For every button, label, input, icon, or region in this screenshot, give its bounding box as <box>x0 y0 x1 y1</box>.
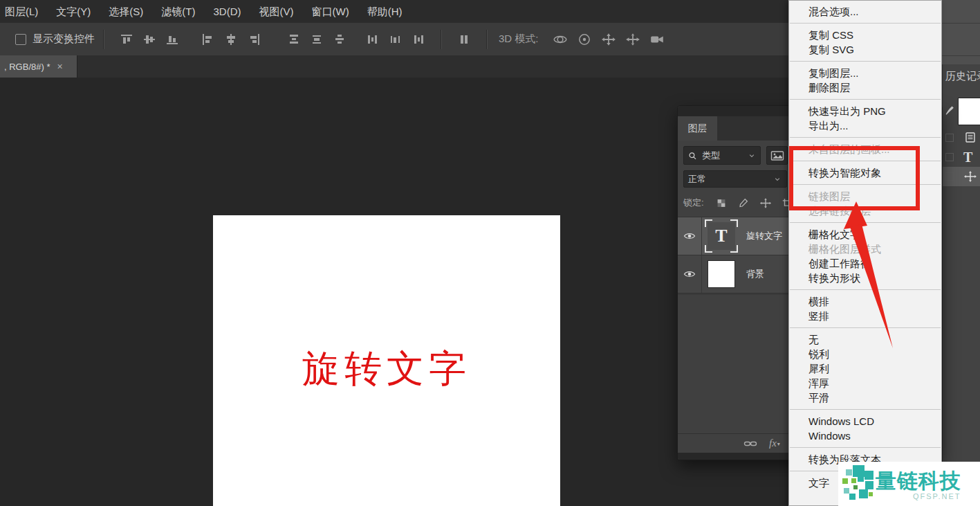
show-transform-checkbox[interactable] <box>15 34 26 45</box>
logo-square <box>846 469 852 476</box>
divider <box>942 23 980 24</box>
logo-square <box>865 481 873 489</box>
3d-pan-icon[interactable] <box>600 32 618 47</box>
menu-separator <box>790 409 941 410</box>
history-state-row[interactable] <box>943 128 980 147</box>
menubar-item[interactable]: 滤镜(T) <box>152 0 204 23</box>
menu-item[interactable]: 快速导出为 PNG <box>789 104 941 118</box>
document-tab-title: , RGB/8#) * <box>4 62 50 72</box>
distribute-bottom-edges-icon[interactable] <box>331 32 348 47</box>
layer-visibility-toggle[interactable] <box>678 217 702 255</box>
menubar-item[interactable]: 图层(L) <box>0 0 47 23</box>
thumbnail-corner-bracket <box>730 245 738 253</box>
logo-square <box>869 492 873 496</box>
filter-by-kind-button[interactable] <box>766 146 788 165</box>
menu-item[interactable]: 栅格化文字 <box>789 227 941 242</box>
lock-pixels-icon[interactable] <box>737 197 750 209</box>
annotation-rectangle <box>789 146 920 210</box>
3d-camera-icon[interactable] <box>648 32 666 47</box>
watermark: 量链科技 QFSP.NET <box>838 462 980 506</box>
align-icons-group-3 <box>286 32 348 47</box>
align-bottom-edges-icon[interactable] <box>164 32 181 47</box>
tab-layers[interactable]: 图层 <box>678 116 717 141</box>
align-vertical-centers-icon[interactable] <box>141 32 158 47</box>
background-layer-thumbnail[interactable] <box>708 260 735 288</box>
menu-separator <box>790 447 941 448</box>
align-top-edges-icon[interactable] <box>118 32 135 47</box>
menu-item[interactable]: 复制 SVG <box>789 42 941 57</box>
menu-item[interactable]: 创建工作路径 <box>789 256 941 271</box>
menu-item[interactable]: 删除图层 <box>789 80 941 95</box>
align-left-edges-icon[interactable] <box>200 32 216 47</box>
menu-item[interactable]: 横排 <box>789 294 941 309</box>
menubar-item[interactable]: 视图(V) <box>250 0 303 23</box>
history-source-checkbox[interactable] <box>945 153 954 161</box>
history-state-row[interactable] <box>943 167 980 186</box>
history-source-checkbox[interactable] <box>945 172 954 181</box>
lock-position-icon[interactable] <box>759 197 773 209</box>
document-tab[interactable]: , RGB/8#) * × <box>0 55 77 78</box>
menu-separator <box>790 99 941 100</box>
menu-item[interactable]: 无 <box>789 332 941 347</box>
menu-item[interactable]: 竖排 <box>789 309 941 323</box>
menu-item: 栅格化图层样式 <box>789 242 941 256</box>
menu-item[interactable]: 浑厚 <box>789 376 941 390</box>
layer-filter-label: 类型 <box>702 150 743 162</box>
menu-item[interactable]: 锐利 <box>789 347 941 361</box>
menu-item[interactable]: Windows <box>789 428 941 443</box>
logo-square <box>853 485 858 489</box>
text-tool-icon: T <box>963 150 972 164</box>
menu-item[interactable]: 导出为... <box>789 118 941 133</box>
menubar-item[interactable]: 3D(D) <box>205 0 250 23</box>
layer-name[interactable]: 旋转文字 <box>746 230 782 242</box>
align-right-edges-icon[interactable] <box>246 32 262 47</box>
layer-visibility-toggle[interactable] <box>678 255 702 293</box>
distribute-left-edges-icon[interactable] <box>364 32 381 47</box>
link-layers-icon[interactable] <box>743 437 758 450</box>
watermark-subtitle: QFSP.NET <box>913 492 961 500</box>
menubar-item[interactable]: 文字(Y) <box>47 0 100 23</box>
menu-item[interactable]: 平滑 <box>789 390 941 405</box>
text-layer-thumbnail[interactable]: T <box>708 222 735 250</box>
3d-orbit-icon[interactable] <box>551 32 569 47</box>
thumbnail-corner-bracket <box>730 219 738 227</box>
menu-item[interactable]: 复制图层... <box>789 66 941 80</box>
3d-slide-icon[interactable] <box>624 32 642 47</box>
layer-filter-combo[interactable]: 类型 <box>683 146 761 165</box>
logo-square <box>865 471 873 480</box>
chevron-down-icon <box>773 174 782 184</box>
tab-history[interactable]: 历史记录 <box>945 70 980 83</box>
distribute-vertical-centers-icon[interactable] <box>308 32 325 47</box>
lock-transparency-icon[interactable] <box>714 197 728 209</box>
show-transform-label: 显示变换控件 <box>33 33 95 46</box>
3d-roll-icon[interactable] <box>575 32 593 47</box>
history-snapshot-thumbnail[interactable] <box>958 98 980 125</box>
search-icon <box>687 150 699 161</box>
history-snapshot-row[interactable] <box>943 96 980 125</box>
history-state-row[interactable]: T <box>943 147 980 167</box>
distribute-horizontal-centers-icon[interactable] <box>387 32 404 47</box>
layer-style-fx-button[interactable]: fx ▾ <box>769 437 780 449</box>
distribute-top-edges-icon[interactable] <box>286 32 302 47</box>
menu-item[interactable]: Windows LCD <box>789 414 941 428</box>
close-icon[interactable]: × <box>57 62 62 71</box>
canvas-text: 旋转文字 <box>213 344 560 395</box>
document-canvas[interactable]: 旋转文字 <box>213 215 560 506</box>
thumbnail-corner-bracket <box>705 245 712 253</box>
logo-square <box>858 476 864 482</box>
menu-item[interactable]: 混合选项... <box>789 4 941 19</box>
menubar-item[interactable]: 选择(S) <box>100 0 152 23</box>
menu-item[interactable]: 犀利 <box>789 361 941 376</box>
menu-item[interactable]: 转换为形状 <box>789 271 941 285</box>
layer-name[interactable]: 背景 <box>746 268 764 280</box>
distribute-right-edges-icon[interactable] <box>410 32 427 47</box>
eye-icon <box>683 269 696 280</box>
menu-item[interactable]: 复制 CSS <box>789 28 941 42</box>
watermark-logo-icon <box>842 464 874 503</box>
align-horizontal-centers-icon[interactable] <box>223 32 239 47</box>
history-source-checkbox[interactable] <box>945 134 954 142</box>
blend-mode-select[interactable]: 正常 <box>683 170 787 188</box>
distribute-spacing-icon[interactable] <box>456 32 472 47</box>
menubar-item[interactable]: 帮助(H) <box>358 0 412 23</box>
menubar-item[interactable]: 窗口(W) <box>303 0 358 23</box>
